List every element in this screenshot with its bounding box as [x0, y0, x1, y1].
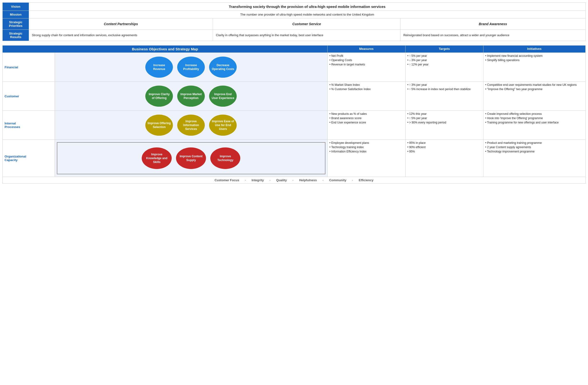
strategy-map-row-1: Improve Clarity of OfferingImprove Marke… [55, 82, 327, 111]
oval-2-1: Improve Information Services [177, 115, 205, 136]
target-item: 90% efficient [407, 145, 481, 149]
col3-header: Targets [405, 45, 483, 53]
row-label-3: Organizational Capacity [3, 140, 55, 177]
initiative-item: Technology improvement programme [485, 150, 584, 153]
result-2: Clarity in offering that surpasses anyth… [213, 30, 400, 41]
mission-text: The number one provider of ultra-high sp… [29, 11, 586, 19]
targets-row-1: ↑ 3% per year↑ 5% increase in index next… [405, 82, 483, 111]
row-label-0: Financial [3, 53, 55, 82]
target-item: ↑ 5% per year [407, 54, 481, 58]
footer-sep: - [292, 178, 294, 182]
initiative-item: Product and marketing training programme [485, 141, 584, 144]
oval-1-1: Improve Market Perception [177, 86, 205, 107]
measure-item: Technology training index [330, 145, 403, 149]
result-1: Strong supply chain for content and info… [29, 30, 213, 41]
target-item: ↑ 5% increase in index next period then … [407, 87, 481, 91]
initiative-item: Training programme for new offerings and… [485, 121, 584, 124]
measure-item: % Customer Satisfaction Index [330, 87, 403, 91]
oval-0-1: Increase Profitability [177, 57, 205, 78]
measures-row-2: New products as % of salesBrand awarenes… [327, 111, 405, 140]
oval-3-2: Improve Technology [210, 147, 240, 169]
footer-item-3: Helpfulness [299, 178, 317, 182]
target-item: > 90% every reporting period [407, 121, 481, 124]
org-capacity-box: Improve Knowledge and SkillsImprove Cont… [57, 142, 325, 174]
footer-sep: - [269, 178, 272, 182]
initiatives-row-3: Product and marketing training programme… [483, 140, 585, 177]
row-label-2: Internal Processes [3, 111, 55, 140]
col2-header: Measures [327, 45, 405, 53]
result-3: Reinvigorated brand based on successes, … [400, 30, 585, 41]
initiative-item: 2 year Content supply agreements [485, 145, 584, 149]
footer-sep: - [322, 178, 324, 182]
target-item: ↑ 5% per year [407, 117, 481, 120]
targets-row-2: 12% this year↑ 5% per year> 90% every re… [405, 111, 483, 140]
initiatives-row-0: Implement new financial accounting syste… [483, 53, 585, 82]
footer-item-0: Customer Focus [215, 178, 239, 182]
strategy-map-row-3: Improve Knowledge and SkillsImprove Cont… [55, 140, 327, 177]
priorities-label: Strategic Priorities [3, 19, 29, 30]
footer-item-1: Integrity [252, 178, 264, 182]
measure-item: New products as % of sales [330, 112, 403, 116]
initiatives-row-2: Create improved offering selection proce… [483, 111, 585, 140]
oval-0-2: Decrease Operating Costs [209, 57, 237, 78]
row-label-1: Customer [3, 82, 55, 111]
oval-0-0: Increase Revenue [145, 57, 173, 78]
target-item: ↑ 3% per year [407, 83, 481, 86]
measure-item: Revenue in target markets [330, 63, 403, 66]
priority-2: Customer Service [213, 19, 400, 30]
measure-item: Operating Costs [330, 59, 403, 62]
target-item: 12% this year [407, 112, 481, 116]
target-item: ↑ 12% per year [407, 63, 481, 66]
target-item: 95% [407, 150, 481, 153]
measure-item: Net Profit [330, 54, 403, 58]
footer-sep: - [244, 178, 247, 182]
oval-2-2: Improve Ease of Use for End Users [209, 115, 237, 136]
oval-2-0: Improve Offering Selection [145, 115, 173, 136]
oval-1-0: Improve Clarity of Offering [145, 86, 173, 107]
col1-header: Business Objectives and Strategy Map [3, 45, 328, 53]
measure-item: Brand awareness score [330, 117, 403, 120]
footer-sep: - [351, 178, 354, 182]
target-item: 95% in place [407, 141, 481, 144]
strategy-map-row-0: Increase RevenueIncrease ProfitabilityDe… [55, 53, 327, 82]
footer: Customer Focus - Integrity - Quality - H… [3, 177, 586, 184]
vision-text: Transforming society through the provisi… [29, 3, 586, 11]
targets-row-0: ↑ 5% per year↓ 3% per year↑ 12% per year [405, 53, 483, 82]
initiatives-row-1: Competitive end user requirements market… [483, 82, 585, 111]
target-item: ↓ 3% per year [407, 59, 481, 62]
strategy-map-row-2: Improve Offering SelectionImprove Inform… [55, 111, 327, 140]
col4-header: Initiatives [483, 45, 585, 53]
oval-3-0: Improve Knowledge and Skills [142, 147, 172, 169]
vision-label: Vision [3, 3, 29, 11]
measures-row-1: % Market Share Index% Customer Satisfact… [327, 82, 405, 111]
initiative-item: Competitive end user requirements market… [485, 83, 584, 86]
footer-item-2: Quality [276, 178, 287, 182]
scorecard-table: Business Objectives and Strategy Map Mea… [2, 45, 586, 184]
measure-item: % Market Share Index [330, 83, 403, 86]
targets-row-3: 95% in place90% efficient95% [405, 140, 483, 177]
mission-label: Mission [3, 11, 29, 19]
oval-1-2: Improve End User Experience [209, 86, 237, 107]
measure-item: End User experience score [330, 121, 403, 124]
initiative-item: "Improve the Offering" two year programm… [485, 87, 584, 91]
initiative-item: Create improved offering selection proce… [485, 112, 584, 116]
top-table: Vision Transforming society through the … [2, 2, 586, 41]
priority-3: Brand Awareness [400, 19, 585, 30]
results-label: Strategic Results [3, 30, 29, 41]
initiative-item: Hook into 'Improve the Offering' program… [485, 117, 584, 120]
measures-row-3: Employee development plansTechnology tra… [327, 140, 405, 177]
oval-3-1: Improve Content Supply [176, 147, 206, 169]
footer-item-5: Efficiency [359, 178, 373, 182]
measures-row-0: Net ProfitOperating CostsRevenue in targ… [327, 53, 405, 82]
measure-item: Employee development plans [330, 141, 403, 144]
initiative-item: Simplify billing operations [485, 59, 584, 62]
footer-item-4: Community [329, 178, 347, 182]
measure-item: Information Efficiency Index [330, 150, 403, 153]
initiative-item: Implement new financial accounting syste… [485, 54, 584, 58]
priority-1: Content Partnerships [29, 19, 213, 30]
